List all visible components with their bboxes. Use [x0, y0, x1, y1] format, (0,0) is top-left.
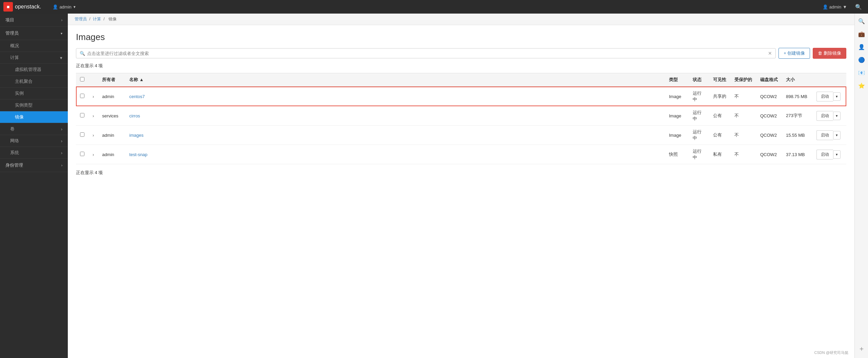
right-icon-mail[interactable]: 📧 — [855, 67, 868, 79]
row-protected: 不 — [730, 126, 756, 145]
sidebar-item-volumes[interactable]: 卷 › — [0, 123, 68, 135]
row-name-link-3[interactable]: test-snap — [129, 152, 147, 157]
th-status: 状态 — [689, 73, 709, 87]
row-type: Image — [665, 87, 689, 106]
sidebar-network-label: 网络 — [10, 138, 19, 144]
logo-icon: ■ — [3, 2, 13, 12]
row-action-cell: 启动 ▾ — [812, 145, 846, 164]
user-icon: 👤 — [823, 4, 828, 10]
row-name-link-0[interactable]: centos7 — [129, 94, 145, 99]
sidebar: 项目 › 管理员 ▾ 概况 计算 ▾ 虚拟机管理器 主机聚合 实例 实例类型 镜… — [0, 14, 68, 358]
row-checkbox-cell — [76, 106, 88, 126]
right-icon-briefcase[interactable]: 💼 — [855, 28, 868, 40]
nav-admin-icon: 👤 — [53, 4, 58, 10]
logo[interactable]: ■ openstack. — [3, 2, 41, 12]
row-expand-icon-0[interactable]: › — [93, 94, 94, 99]
right-icon-circle[interactable]: 🔵 — [855, 54, 868, 66]
user-chevron: ▼ — [843, 4, 847, 10]
sidebar-item-compute[interactable]: 计算 ▾ — [0, 52, 68, 64]
sidebar-item-vm-manager[interactable]: 虚拟机管理器 — [0, 64, 68, 76]
row-checkbox-0[interactable] — [80, 94, 84, 98]
search-bar: 🔍 ✕ + 创建镜像 🗑 删除镜像 — [76, 48, 846, 59]
main-wrapper: 项目 › 管理员 ▾ 概况 计算 ▾ 虚拟机管理器 主机聚合 实例 实例类型 镜… — [0, 14, 868, 358]
sidebar-item-system[interactable]: 系统 › — [0, 147, 68, 159]
sidebar-chevron-system: › — [61, 150, 62, 155]
search-clear-button[interactable]: ✕ — [768, 51, 772, 56]
table-header-row: 所有者 名称 ▲ 类型 状态 可见性 受保护的 磁盘格式 大小 — [76, 73, 846, 87]
row-action-dropdown-1[interactable]: ▾ — [833, 112, 841, 120]
row-visibility: 共享的 — [709, 87, 730, 106]
row-checkbox-2[interactable] — [80, 132, 84, 137]
right-icon-search[interactable]: 🔍 — [855, 15, 868, 27]
nav-admin[interactable]: 👤 admin ▼ — [48, 0, 81, 14]
sidebar-vm-manager-label: 虚拟机管理器 — [15, 67, 41, 72]
search-input[interactable] — [87, 51, 766, 56]
row-expand-icon-3[interactable]: › — [93, 152, 94, 157]
sidebar-item-admin[interactable]: 管理员 ▾ — [0, 27, 68, 40]
breadcrumb-admin[interactable]: 管理员 — [75, 17, 87, 21]
sidebar-item-identity[interactable]: 身份管理 › — [0, 159, 68, 172]
row-checkbox-1[interactable] — [80, 113, 84, 117]
row-checkbox-3[interactable] — [80, 152, 84, 156]
row-status: 运行中 — [689, 87, 709, 106]
row-protected: 不 — [730, 145, 756, 164]
row-action-button-3[interactable]: 启动 — [816, 150, 833, 159]
sidebar-item-admin-label: 管理员 — [5, 30, 19, 36]
breadcrumb-compute[interactable]: 计算 — [93, 17, 101, 21]
row-name-link-2[interactable]: images — [129, 133, 143, 138]
row-action-group-3: 启动 ▾ — [816, 150, 842, 159]
row-owner: admin — [98, 126, 125, 145]
breadcrumb-images: 镜像 — [108, 17, 117, 21]
sidebar-item-instance-type[interactable]: 实例类型 — [0, 99, 68, 111]
sidebar-item-project-label: 项目 — [5, 17, 14, 23]
create-image-button[interactable]: + 创建镜像 — [778, 48, 810, 59]
right-icon-add[interactable]: ＋ — [855, 342, 868, 355]
row-action-button-0[interactable]: 启动 — [816, 92, 833, 101]
sidebar-chevron-project: › — [61, 18, 62, 22]
sidebar-instance-type-label: 实例类型 — [15, 102, 33, 108]
delete-image-button[interactable]: 🗑 删除镜像 — [813, 48, 846, 59]
row-expand-icon-2[interactable]: › — [93, 133, 94, 138]
row-format: QCOW2 — [756, 126, 782, 145]
row-owner: admin — [98, 145, 125, 164]
row-name-link-1[interactable]: cirros — [129, 113, 140, 118]
row-action-dropdown-3[interactable]: ▾ — [833, 150, 841, 159]
row-size: 37.13 MB — [782, 145, 812, 164]
sidebar-item-project[interactable]: 项目 › — [0, 14, 68, 27]
th-expand — [88, 73, 98, 87]
row-visibility: 公有 — [709, 106, 730, 126]
user-menu[interactable]: 👤 admin ▼ — [818, 0, 852, 14]
row-expand-icon-1[interactable]: › — [93, 113, 94, 118]
sidebar-images-label: 镜像 — [15, 114, 24, 119]
row-action-dropdown-2[interactable]: ▾ — [833, 131, 841, 139]
sidebar-chevron-volumes: › — [61, 127, 62, 132]
sidebar-overview-label: 概况 — [10, 43, 19, 48]
row-action-group-2: 启动 ▾ — [816, 130, 842, 140]
row-action-button-1[interactable]: 启动 — [816, 111, 833, 121]
row-action-dropdown-0[interactable]: ▾ — [833, 92, 841, 101]
top-navigation: ■ openstack. 👤 admin ▼ 👤 admin ▼ 🔍 — [0, 0, 868, 14]
sidebar-system-label: 系统 — [10, 150, 19, 156]
sidebar-item-host-aggregate[interactable]: 主机聚合 — [0, 76, 68, 88]
row-owner: services — [98, 106, 125, 126]
sidebar-item-network[interactable]: 网络 › — [0, 135, 68, 147]
row-type: Image — [665, 126, 689, 145]
sidebar-item-images[interactable]: 镜像 — [0, 111, 68, 123]
sidebar-compute-label: 计算 — [10, 55, 19, 61]
logo-text: openstack. — [15, 4, 41, 10]
sidebar-instance-label: 实例 — [15, 91, 24, 96]
select-all-checkbox[interactable] — [80, 77, 84, 81]
th-select-all[interactable] — [76, 73, 88, 87]
sidebar-item-overview[interactable]: 概况 — [0, 40, 68, 52]
top-nav-right: 👤 admin ▼ 🔍 — [818, 0, 865, 14]
content-area: 管理员 / 计算 / 镜像 Images 🔍 ✕ + 创建镜像 🗑 删除镜像 正… — [68, 14, 854, 358]
row-type: Image — [665, 106, 689, 126]
row-action-cell: 启动 ▾ — [812, 87, 846, 106]
right-icon-star[interactable]: ⭐ — [855, 79, 868, 92]
row-status: 运行中 — [689, 106, 709, 126]
row-action-button-2[interactable]: 启动 — [816, 130, 833, 140]
th-name[interactable]: 名称 ▲ — [125, 73, 665, 87]
search-icon[interactable]: 🔍 — [852, 0, 865, 14]
sidebar-item-instance[interactable]: 实例 — [0, 88, 68, 99]
right-icon-user[interactable]: 👤 — [855, 41, 868, 53]
